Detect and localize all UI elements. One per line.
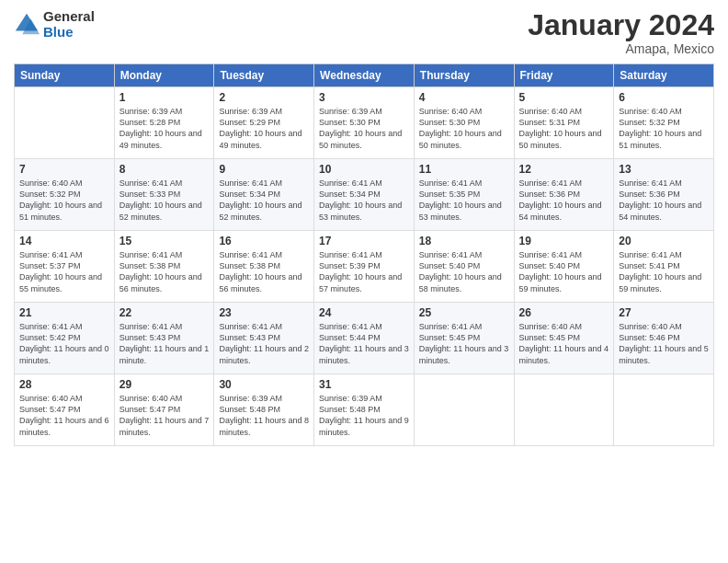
day-cell: 23Sunrise: 6:41 AMSunset: 5:43 PMDayligh…	[214, 303, 314, 374]
day-cell: 5Sunrise: 6:40 AMSunset: 5:31 PMDaylight…	[514, 87, 614, 159]
day-cell: 19Sunrise: 6:41 AMSunset: 5:40 PMDayligh…	[514, 231, 614, 303]
day-cell: 2Sunrise: 6:39 AMSunset: 5:29 PMDaylight…	[214, 87, 314, 159]
day-info: Sunrise: 6:41 AMSunset: 5:43 PMDaylight:…	[219, 321, 309, 366]
week-row-5: 28Sunrise: 6:40 AMSunset: 5:47 PMDayligh…	[15, 374, 714, 446]
header-day-wednesday: Wednesday	[314, 64, 415, 87]
day-info: Sunrise: 6:40 AMSunset: 5:32 PMDaylight:…	[19, 178, 109, 223]
title-section: January 2024 Amapa, Mexico	[528, 9, 714, 56]
day-info: Sunrise: 6:41 AMSunset: 5:39 PMDaylight:…	[319, 249, 409, 294]
day-number: 16	[219, 235, 309, 247]
day-cell: 3Sunrise: 6:39 AMSunset: 5:30 PMDaylight…	[314, 87, 415, 159]
day-info: Sunrise: 6:41 AMSunset: 5:37 PMDaylight:…	[19, 249, 109, 294]
day-number: 7	[19, 163, 109, 176]
day-cell	[614, 374, 714, 446]
day-info: Sunrise: 6:41 AMSunset: 5:45 PMDaylight:…	[419, 321, 509, 366]
day-info: Sunrise: 6:40 AMSunset: 5:45 PMDaylight:…	[519, 321, 609, 366]
day-cell: 18Sunrise: 6:41 AMSunset: 5:40 PMDayligh…	[414, 231, 514, 303]
day-cell	[15, 87, 115, 159]
day-cell: 16Sunrise: 6:41 AMSunset: 5:38 PMDayligh…	[214, 231, 314, 303]
day-cell: 24Sunrise: 6:41 AMSunset: 5:44 PMDayligh…	[314, 303, 415, 374]
calendar-table: SundayMondayTuesdayWednesdayThursdayFrid…	[14, 63, 714, 446]
day-cell: 13Sunrise: 6:41 AMSunset: 5:36 PMDayligh…	[614, 159, 714, 231]
day-number: 14	[19, 235, 109, 247]
day-number: 9	[219, 163, 309, 176]
header-row: SundayMondayTuesdayWednesdayThursdayFrid…	[15, 64, 714, 87]
day-cell: 10Sunrise: 6:41 AMSunset: 5:34 PMDayligh…	[314, 159, 415, 231]
day-number: 3	[319, 91, 409, 104]
day-info: Sunrise: 6:41 AMSunset: 5:38 PMDaylight:…	[119, 249, 210, 294]
day-cell: 26Sunrise: 6:40 AMSunset: 5:45 PMDayligh…	[514, 303, 614, 374]
day-cell: 11Sunrise: 6:41 AMSunset: 5:35 PMDayligh…	[414, 159, 514, 231]
day-info: Sunrise: 6:41 AMSunset: 5:38 PMDaylight:…	[219, 249, 309, 294]
day-info: Sunrise: 6:40 AMSunset: 5:31 PMDaylight:…	[519, 106, 609, 151]
day-info: Sunrise: 6:39 AMSunset: 5:29 PMDaylight:…	[219, 106, 309, 151]
day-number: 20	[619, 235, 709, 247]
day-number: 19	[519, 235, 609, 247]
day-number: 11	[419, 163, 509, 176]
day-info: Sunrise: 6:41 AMSunset: 5:33 PMDaylight:…	[119, 178, 210, 223]
header-day-saturday: Saturday	[614, 64, 714, 87]
day-cell: 1Sunrise: 6:39 AMSunset: 5:28 PMDaylight…	[114, 87, 214, 159]
day-cell	[514, 374, 614, 446]
day-info: Sunrise: 6:41 AMSunset: 5:44 PMDaylight:…	[319, 321, 409, 366]
day-info: Sunrise: 6:40 AMSunset: 5:47 PMDaylight:…	[19, 393, 109, 438]
day-number: 5	[519, 91, 609, 104]
week-row-3: 14Sunrise: 6:41 AMSunset: 5:37 PMDayligh…	[15, 231, 714, 303]
page: General Blue January 2024 Amapa, Mexico …	[0, 0, 728, 563]
day-info: Sunrise: 6:41 AMSunset: 5:34 PMDaylight:…	[219, 178, 309, 223]
day-number: 29	[119, 378, 210, 391]
day-cell: 21Sunrise: 6:41 AMSunset: 5:42 PMDayligh…	[15, 303, 115, 374]
day-cell: 22Sunrise: 6:41 AMSunset: 5:43 PMDayligh…	[114, 303, 214, 374]
day-cell: 20Sunrise: 6:41 AMSunset: 5:41 PMDayligh…	[614, 231, 714, 303]
day-info: Sunrise: 6:39 AMSunset: 5:30 PMDaylight:…	[319, 106, 409, 151]
week-row-4: 21Sunrise: 6:41 AMSunset: 5:42 PMDayligh…	[15, 303, 714, 374]
day-number: 28	[19, 378, 109, 391]
day-cell: 30Sunrise: 6:39 AMSunset: 5:48 PMDayligh…	[214, 374, 314, 446]
header-day-thursday: Thursday	[414, 64, 514, 87]
day-info: Sunrise: 6:40 AMSunset: 5:30 PMDaylight:…	[419, 106, 509, 151]
day-number: 12	[519, 163, 609, 176]
day-info: Sunrise: 6:39 AMSunset: 5:28 PMDaylight:…	[119, 106, 210, 151]
day-info: Sunrise: 6:40 AMSunset: 5:46 PMDaylight:…	[619, 321, 709, 366]
header-day-sunday: Sunday	[15, 64, 115, 87]
logo-text: General Blue	[43, 9, 95, 40]
day-cell: 29Sunrise: 6:40 AMSunset: 5:47 PMDayligh…	[114, 374, 214, 446]
day-number: 31	[319, 378, 409, 391]
day-cell: 17Sunrise: 6:41 AMSunset: 5:39 PMDayligh…	[314, 231, 415, 303]
day-info: Sunrise: 6:41 AMSunset: 5:34 PMDaylight:…	[319, 178, 409, 223]
header-day-tuesday: Tuesday	[214, 64, 314, 87]
day-info: Sunrise: 6:39 AMSunset: 5:48 PMDaylight:…	[219, 393, 309, 438]
day-number: 26	[519, 306, 609, 319]
day-number: 18	[419, 235, 509, 247]
day-number: 1	[119, 91, 210, 104]
logo: General Blue	[14, 9, 95, 40]
day-number: 4	[419, 91, 509, 104]
day-info: Sunrise: 6:41 AMSunset: 5:43 PMDaylight:…	[119, 321, 210, 366]
day-number: 17	[319, 235, 409, 247]
day-cell: 14Sunrise: 6:41 AMSunset: 5:37 PMDayligh…	[15, 231, 115, 303]
day-number: 27	[619, 306, 709, 319]
day-info: Sunrise: 6:41 AMSunset: 5:42 PMDaylight:…	[19, 321, 109, 366]
day-number: 30	[219, 378, 309, 391]
day-cell: 25Sunrise: 6:41 AMSunset: 5:45 PMDayligh…	[414, 303, 514, 374]
day-info: Sunrise: 6:41 AMSunset: 5:35 PMDaylight:…	[419, 178, 509, 223]
day-cell: 27Sunrise: 6:40 AMSunset: 5:46 PMDayligh…	[614, 303, 714, 374]
week-row-1: 1Sunrise: 6:39 AMSunset: 5:28 PMDaylight…	[15, 87, 714, 159]
day-number: 15	[119, 235, 210, 247]
day-cell: 7Sunrise: 6:40 AMSunset: 5:32 PMDaylight…	[15, 159, 115, 231]
month-title: January 2024	[528, 9, 714, 41]
day-info: Sunrise: 6:40 AMSunset: 5:32 PMDaylight:…	[619, 106, 709, 151]
logo-line2: Blue	[43, 25, 95, 40]
logo-icon	[14, 12, 40, 38]
day-info: Sunrise: 6:40 AMSunset: 5:47 PMDaylight:…	[119, 393, 210, 438]
day-cell: 6Sunrise: 6:40 AMSunset: 5:32 PMDaylight…	[614, 87, 714, 159]
day-info: Sunrise: 6:41 AMSunset: 5:36 PMDaylight:…	[619, 178, 709, 223]
day-cell: 31Sunrise: 6:39 AMSunset: 5:48 PMDayligh…	[314, 374, 415, 446]
header-day-friday: Friday	[514, 64, 614, 87]
day-number: 25	[419, 306, 509, 319]
day-info: Sunrise: 6:41 AMSunset: 5:40 PMDaylight:…	[419, 249, 509, 294]
day-info: Sunrise: 6:39 AMSunset: 5:48 PMDaylight:…	[319, 393, 409, 438]
day-number: 6	[619, 91, 709, 104]
day-number: 21	[19, 306, 109, 319]
day-number: 13	[619, 163, 709, 176]
